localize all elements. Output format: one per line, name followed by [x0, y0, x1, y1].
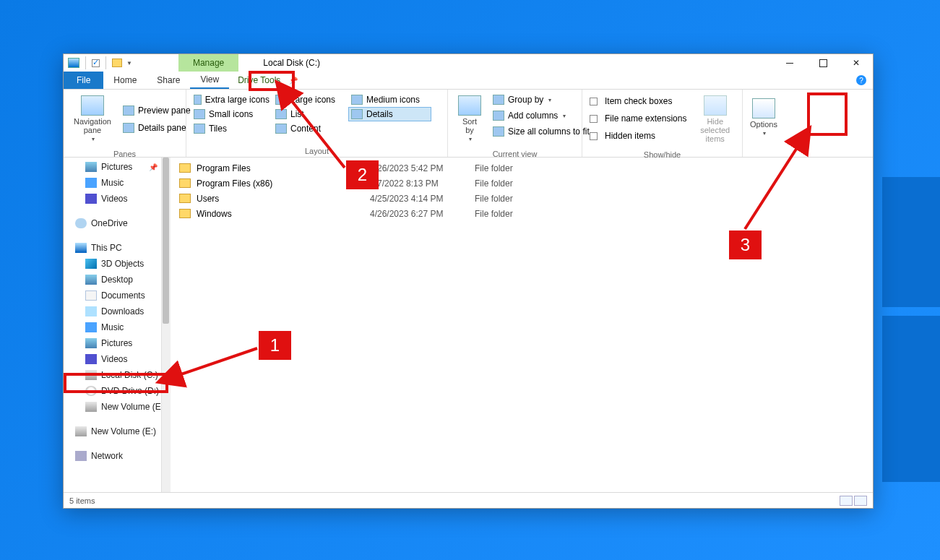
svg-line-1: [289, 98, 345, 168]
annotation-arrows: [0, 0, 940, 560]
svg-line-2: [745, 145, 799, 229]
svg-line-0: [177, 348, 257, 376]
